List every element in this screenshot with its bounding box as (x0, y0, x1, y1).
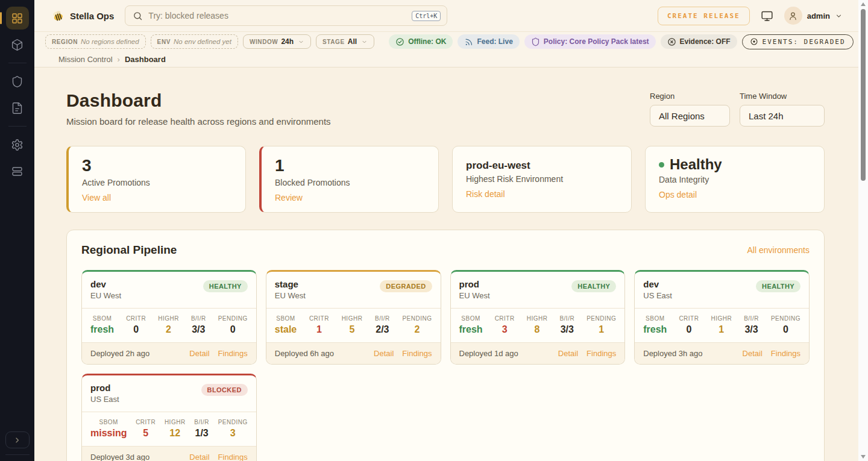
stat-sbom: SBOMstale (275, 315, 297, 335)
summary-link[interactable]: Review (275, 193, 303, 202)
stat-highr: HIGHR1 (711, 315, 732, 335)
gear-icon (11, 139, 24, 151)
events-status-label: EVENTS: DEGRADED (763, 38, 846, 46)
pipeline-card-stage-eu-west: stageEU WestDEGRADEDSBOMstaleCRITR1HIGHR… (266, 270, 441, 365)
findings-link[interactable]: Findings (587, 349, 616, 358)
scrollbar-thumb[interactable] (861, 9, 866, 181)
chevron-down-icon (835, 12, 843, 20)
sidebar-item-documents[interactable] (6, 96, 29, 119)
user-icon (788, 11, 798, 21)
evidence-status-pill[interactable]: Evidence: OFF (661, 34, 737, 49)
sidebar-expand-button[interactable] (5, 431, 30, 448)
monitor-icon-button[interactable] (761, 10, 773, 22)
findings-link[interactable]: Findings (771, 349, 800, 358)
sidebar-item-packages[interactable] (6, 33, 29, 56)
summary-label: Data Integrity (659, 175, 811, 184)
summary-card-active-promotions: 3Active PromotionsView all (66, 146, 246, 213)
user-menu[interactable]: admin (784, 7, 843, 25)
search-icon (133, 11, 143, 21)
x-circle-icon (667, 37, 676, 46)
feed-status-pill[interactable]: Feed: Live (458, 34, 519, 49)
stat-sbom: SBOMmissing (90, 419, 127, 439)
search-input[interactable] (148, 11, 412, 20)
region-control: Region All Regions (650, 92, 730, 127)
events-status-pill[interactable]: EVENTS: DEGRADED (742, 34, 854, 49)
detail-link[interactable]: Detail (189, 453, 209, 461)
pipeline-region: EU West (275, 291, 306, 300)
policy-status-pill[interactable]: Policy: Core Policy Pack latest (524, 34, 656, 49)
search-box[interactable]: Ctrl+K (125, 5, 447, 26)
stat-pending: PENDING3 (218, 419, 248, 439)
stat-pending: PENDING2 (402, 315, 432, 335)
sidebar-item-dashboard[interactable] (6, 7, 29, 30)
user-name: admin (807, 11, 830, 20)
pipeline-env: prod (90, 383, 119, 393)
shield-icon (11, 75, 24, 88)
stat-b-i-r: B/I/R3/3 (191, 315, 206, 335)
package-icon (11, 39, 24, 51)
stat-highr: HIGHR5 (342, 315, 363, 335)
top-header: Stella Ops Ctrl+K CREATE RELEASE admin (34, 0, 858, 31)
region-filter-value: No regions defined (81, 38, 139, 45)
sidebar-bottom (5, 431, 30, 455)
page-scrollbar[interactable] (858, 0, 868, 461)
sidebar-nav (6, 5, 29, 184)
env-filter-pill[interactable]: ENV No env defined yet (151, 34, 238, 49)
env-filter-label: ENV (157, 39, 171, 45)
pipeline-card-prod-us-east: prodUS EastBLOCKEDSBOMmissingCRITR5HIGHR… (81, 374, 257, 461)
findings-link[interactable]: Findings (402, 349, 432, 358)
summary-link[interactable]: Risk detail (466, 189, 505, 199)
shield-icon (531, 37, 540, 46)
scrollbar-up-arrow[interactable] (861, 2, 866, 6)
stat-critr: CRITR0 (126, 315, 146, 335)
stat-pending: PENDING0 (771, 315, 800, 335)
deployed-text: Deployed 6h ago (275, 349, 334, 358)
all-environments-link[interactable]: All environments (747, 245, 810, 255)
deployed-text: Deployed 3d ago (90, 453, 149, 461)
scrollbar-down-arrow[interactable] (861, 455, 866, 459)
user-chevron-down-icon (835, 12, 843, 20)
x-circle-icon (667, 37, 676, 46)
stage-filter-pill[interactable]: STAGE All (316, 34, 374, 49)
summary-link[interactable]: View all (82, 193, 111, 202)
stat-sbom: SBOMfresh (643, 315, 667, 335)
policy-status-label: Policy: Core Policy Pack latest (544, 37, 649, 46)
breadcrumb: Mission Control › Dashboard (34, 51, 858, 67)
sidebar-item-infrastructure[interactable] (6, 160, 29, 183)
sidebar-item-security[interactable] (6, 70, 29, 93)
status-badge: HEALTHY (203, 280, 248, 292)
stat-pending: PENDING0 (218, 315, 248, 335)
sidebar-item-settings[interactable] (6, 133, 29, 156)
stat-pending: PENDING1 (587, 315, 616, 335)
detail-link[interactable]: Detail (189, 349, 209, 358)
time-window-control-label: Time Window (740, 92, 825, 101)
pipeline-region: US East (90, 395, 119, 404)
findings-link[interactable]: Findings (218, 453, 248, 461)
detail-link[interactable]: Detail (743, 349, 763, 358)
pipeline-region: EU West (90, 291, 121, 300)
create-release-button[interactable]: CREATE RELEASE (658, 7, 750, 25)
summary-label: Highest Risk Environment (466, 174, 618, 184)
breadcrumb-parent[interactable]: Mission Control (58, 55, 113, 64)
summary-link[interactable]: Ops detail (659, 190, 697, 199)
grid-icon (11, 12, 24, 25)
region-filter-pill[interactable]: REGION No regions defined (45, 34, 146, 49)
stat-b-i-r: B/I/R1/3 (194, 419, 209, 439)
detail-link[interactable]: Detail (374, 349, 394, 358)
deployed-text: Deployed 1d ago (459, 349, 518, 358)
deployed-text: Deployed 2h ago (90, 349, 149, 358)
stat-sbom: SBOMfresh (459, 315, 483, 335)
time-window-control: Time Window Last 24h (740, 92, 825, 127)
pipeline-card-prod-eu-west: prodEU WestHEALTHYSBOMfreshCRITR3HIGHR8B… (450, 270, 626, 365)
time-window-select[interactable]: Last 24h (740, 105, 825, 127)
region-select[interactable]: All Regions (650, 105, 730, 127)
offline-status-pill[interactable]: Offline: OK (389, 34, 453, 49)
status-badge: DEGRADED (380, 280, 432, 292)
window-filter-label: WINDOW (250, 39, 278, 45)
window-filter-pill[interactable]: WINDOW 24h (243, 34, 311, 49)
stat-b-i-r: B/I/R3/3 (559, 315, 574, 335)
findings-link[interactable]: Findings (218, 349, 248, 358)
summary-card-highest-risk-environment: prod-eu-westHighest Risk EnvironmentRisk… (452, 146, 632, 213)
regional-pipeline-title: Regional Pipeline (81, 243, 177, 257)
detail-link[interactable]: Detail (558, 349, 578, 358)
